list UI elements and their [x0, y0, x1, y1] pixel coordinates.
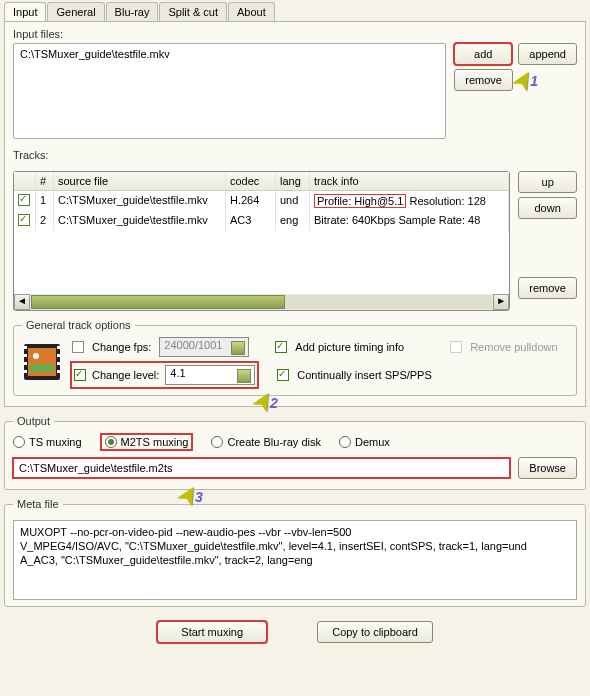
input-panel: Input files: C:\TSMuxer_guide\testfile.m…: [4, 21, 586, 407]
svg-rect-4: [24, 346, 27, 349]
svg-rect-3: [30, 364, 54, 372]
remove-pulldown-label: Remove pulldown: [470, 341, 557, 353]
m2ts-muxing-radio[interactable]: [105, 436, 117, 448]
tab-bar: Input General Blu-ray Split & cut About: [0, 0, 590, 21]
tab-split[interactable]: Split & cut: [159, 2, 227, 21]
down-button[interactable]: down: [518, 197, 577, 219]
fps-select[interactable]: 24000/1001: [159, 337, 249, 357]
scroll-track[interactable]: [31, 295, 492, 309]
svg-rect-11: [57, 370, 60, 373]
tab-general[interactable]: General: [47, 2, 104, 21]
output-group: Output TS muxing M2TS muxing Create Blu-…: [4, 415, 586, 490]
track-src: C:\TSMuxer_guide\testfile.mkv: [54, 211, 226, 231]
copy-clipboard-button[interactable]: Copy to clipboard: [317, 621, 433, 643]
demux-radio[interactable]: [339, 436, 351, 448]
svg-rect-8: [57, 346, 60, 349]
scroll-thumb[interactable]: [31, 295, 285, 309]
tab-about[interactable]: About: [228, 2, 275, 21]
horizontal-scrollbar[interactable]: ◄ ►: [14, 294, 509, 310]
m2ts-highlight: M2TS muxing: [100, 433, 194, 451]
film-icon: [22, 342, 62, 382]
track-codec: AC3: [226, 211, 276, 231]
scroll-right-icon[interactable]: ►: [493, 294, 509, 310]
meta-legend: Meta file: [13, 498, 63, 510]
svg-rect-10: [57, 362, 60, 365]
add-picture-label: Add picture timing info: [295, 341, 404, 353]
meta-line: MUXOPT --no-pcr-on-video-pid --new-audio…: [20, 525, 570, 539]
svg-point-2: [33, 353, 39, 359]
col-codec[interactable]: codec: [226, 172, 276, 190]
level-select[interactable]: 4.1: [165, 365, 255, 385]
track-info: Bitrate: 640Kbps Sample Rate: 48: [310, 211, 509, 231]
up-button[interactable]: up: [518, 171, 577, 193]
change-fps-checkbox[interactable]: [72, 341, 84, 353]
input-files-list[interactable]: C:\TSMuxer_guide\testfile.mkv: [13, 43, 446, 139]
scroll-left-icon[interactable]: ◄: [14, 294, 30, 310]
general-track-options: General track options Change fps: 24000/…: [13, 319, 577, 396]
svg-rect-5: [24, 354, 27, 357]
change-level-label: Change level:: [92, 369, 159, 381]
svg-rect-7: [24, 370, 27, 373]
m2ts-muxing-label: M2TS muxing: [121, 436, 189, 448]
append-button[interactable]: append: [518, 43, 577, 65]
meta-file-group: Meta file MUXOPT --no-pcr-on-video-pid -…: [4, 498, 586, 607]
track-checkbox[interactable]: [18, 214, 30, 226]
add-button[interactable]: add: [454, 43, 512, 65]
col-num[interactable]: #: [36, 172, 54, 190]
tab-input[interactable]: Input: [4, 2, 46, 21]
meta-line: V_MPEG4/ISO/AVC, "C:\TSMuxer_guide\testf…: [20, 539, 570, 553]
output-legend: Output: [13, 415, 54, 427]
ts-muxing-radio[interactable]: [13, 436, 25, 448]
track-codec: H.264: [226, 191, 276, 211]
tracks-label: Tracks:: [13, 149, 577, 161]
demux-label: Demux: [355, 436, 390, 448]
col-source[interactable]: source file: [54, 172, 226, 190]
track-src: C:\TSMuxer_guide\testfile.mkv: [54, 191, 226, 211]
track-num: 2: [36, 211, 54, 231]
track-checkbox[interactable]: [18, 194, 30, 206]
gto-legend: General track options: [22, 319, 135, 331]
col-lang[interactable]: lang: [276, 172, 310, 190]
table-row[interactable]: 1 C:\TSMuxer_guide\testfile.mkv H.264 un…: [14, 191, 509, 211]
svg-rect-6: [24, 362, 27, 365]
change-level-checkbox[interactable]: [74, 369, 86, 381]
start-muxing-button[interactable]: Start muxing: [157, 621, 267, 643]
cont-sps-label: Continually insert SPS/PPS: [297, 369, 432, 381]
output-path-input[interactable]: C:\TSMuxer_guide\testfile.m2ts: [13, 458, 510, 478]
remove-input-button[interactable]: remove: [454, 69, 513, 91]
track-num: 1: [36, 191, 54, 211]
input-file-item[interactable]: C:\TSMuxer_guide\testfile.mkv: [20, 48, 439, 60]
table-row[interactable]: 2 C:\TSMuxer_guide\testfile.mkv AC3 eng …: [14, 211, 509, 231]
col-info[interactable]: track info: [310, 172, 509, 190]
tracks-header: # source file codec lang track info: [14, 172, 509, 191]
tracks-table: # source file codec lang track info 1 C:…: [13, 171, 510, 311]
track-lang: und: [276, 191, 310, 211]
cont-sps-checkbox[interactable]: [277, 369, 289, 381]
bluray-radio[interactable]: [211, 436, 223, 448]
meta-textarea[interactable]: MUXOPT --no-pcr-on-video-pid --new-audio…: [13, 520, 577, 600]
profile-highlight: Profile: High@5.1: [314, 194, 406, 208]
annotation-arrow-icon: ➤: [244, 384, 282, 419]
meta-line: A_AC3, "C:\TSMuxer_guide\testfile.mkv", …: [20, 553, 570, 567]
tab-bluray[interactable]: Blu-ray: [106, 2, 159, 21]
remove-pulldown-checkbox: [450, 341, 462, 353]
ts-muxing-label: TS muxing: [29, 436, 82, 448]
track-info: Profile: High@5.1 Resolution: 128: [310, 191, 509, 211]
input-files-label: Input files:: [13, 28, 577, 40]
change-fps-label: Change fps:: [92, 341, 151, 353]
remove-track-button[interactable]: remove: [518, 277, 577, 299]
bluray-label: Create Blu-ray disk: [227, 436, 321, 448]
add-picture-checkbox[interactable]: [275, 341, 287, 353]
browse-button[interactable]: Browse: [518, 457, 577, 479]
svg-rect-9: [57, 354, 60, 357]
change-level-group-highlight: Change level: 4.1: [72, 363, 257, 387]
track-lang: eng: [276, 211, 310, 231]
annotation-number-2: 2: [270, 395, 278, 411]
